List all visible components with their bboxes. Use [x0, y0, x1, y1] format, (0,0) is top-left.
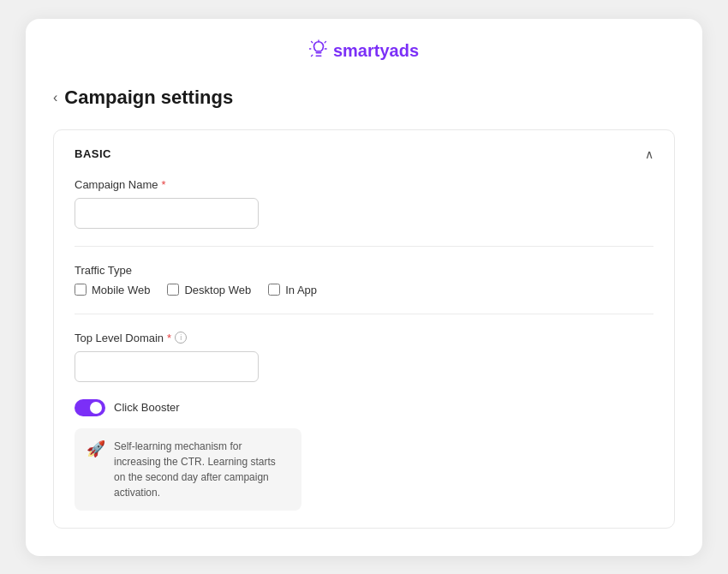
click-booster-label: Click Booster	[114, 401, 180, 414]
section-title: BASIC	[75, 147, 111, 160]
rocket-icon: 🚀	[87, 439, 105, 458]
logo-icon	[309, 39, 328, 63]
click-booster-info-text: Self-learning mechanism for increasing t…	[114, 439, 289, 500]
logo-text: smartyads	[333, 41, 419, 61]
section-header: BASIC ∧	[75, 147, 653, 161]
page-container: smartyads ‹ Campaign settings BASIC ∧ Ca…	[26, 19, 702, 556]
top-level-domain-label: Top Level Domain * i	[75, 332, 653, 344]
checkbox-in-app[interactable]: In App	[268, 284, 317, 296]
campaign-name-input[interactable]	[75, 198, 259, 229]
traffic-type-field-group: Traffic Type Mobile Web Desktop Web In A…	[75, 264, 653, 296]
click-booster-toggle-row: Click Booster	[75, 399, 653, 416]
page-header: ‹ Campaign settings	[53, 87, 675, 109]
logo-area: smartyads	[53, 39, 675, 63]
back-button[interactable]: ‹	[53, 90, 57, 105]
campaign-name-label: Campaign Name *	[75, 178, 653, 191]
divider-2	[75, 314, 653, 314]
checkbox-in-app-input[interactable]	[268, 284, 280, 296]
checkbox-mobile-web[interactable]: Mobile Web	[75, 284, 150, 296]
traffic-type-options: Mobile Web Desktop Web In App	[75, 284, 653, 296]
checkbox-mobile-web-label: Mobile Web	[92, 284, 150, 296]
click-booster-info-box: 🚀 Self-learning mechanism for increasing…	[75, 428, 301, 511]
top-level-domain-input[interactable]	[75, 351, 259, 382]
click-booster-toggle[interactable]	[75, 399, 105, 416]
checkbox-in-app-label: In App	[285, 284, 317, 296]
collapse-button[interactable]: ∧	[645, 147, 653, 161]
checkbox-desktop-web-label: Desktop Web	[184, 284, 251, 296]
checkbox-desktop-web[interactable]: Desktop Web	[167, 284, 251, 296]
page-title: Campaign settings	[64, 87, 233, 109]
top-level-domain-field-group: Top Level Domain * i	[75, 332, 653, 382]
traffic-type-label: Traffic Type	[75, 264, 653, 277]
basic-section-card: BASIC ∧ Campaign Name * Traffic Type Mob…	[53, 129, 675, 529]
divider-1	[75, 246, 653, 247]
required-star: *	[162, 178, 166, 191]
required-star-2: *	[167, 332, 171, 344]
checkbox-mobile-web-input[interactable]	[75, 284, 87, 296]
campaign-name-field-group: Campaign Name *	[75, 178, 653, 229]
info-icon[interactable]: i	[175, 332, 187, 344]
checkbox-desktop-web-input[interactable]	[167, 284, 179, 296]
toggle-slider	[75, 399, 105, 416]
